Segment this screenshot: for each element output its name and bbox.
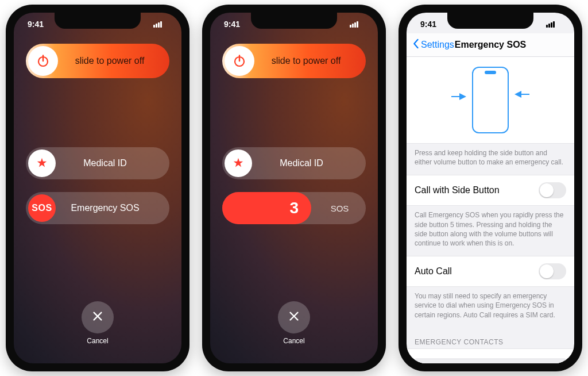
close-icon <box>91 310 104 325</box>
status-time: 9:41 <box>224 20 240 29</box>
medical-id-icon[interactable] <box>225 149 252 177</box>
stage: 9:41 slide to power off Medi <box>0 0 588 376</box>
power-icon[interactable] <box>28 46 58 76</box>
nav-bar: Settings Emergency SOS <box>407 33 574 57</box>
toggle-side-button[interactable] <box>539 182 566 198</box>
back-button[interactable]: Settings <box>412 39 454 51</box>
side-button-caption: Call Emergency SOS when you rapidly pres… <box>407 206 574 256</box>
row-label: Call with Side Button <box>415 185 500 195</box>
slider-stack: Medical ID SOS Emergency SOS <box>26 147 169 224</box>
emergency-contacts-header: EMERGENCY CONTACTS <box>407 328 574 348</box>
cancel-button[interactable] <box>82 301 114 333</box>
toggle-auto-call[interactable] <box>539 263 566 279</box>
phone-frame-1: 9:41 slide to power off Medi <box>6 5 189 371</box>
sos-illustration <box>407 56 574 144</box>
cancel-button[interactable] <box>278 301 310 333</box>
countdown-number: 3 <box>222 199 311 217</box>
cellular-icon <box>546 21 555 28</box>
status-time: 9:41 <box>28 20 44 29</box>
emergency-contacts-list <box>407 348 574 363</box>
cellular-icon <box>350 21 358 28</box>
power-slider-label: slide to power off <box>60 56 169 66</box>
cancel-group: Cancel <box>82 301 114 345</box>
settings-content: Press and keep holding the side button a… <box>407 56 574 363</box>
chevron-left-icon <box>412 39 419 51</box>
screen-1: 9:41 slide to power off Medi <box>14 13 181 363</box>
status-icons <box>546 21 560 28</box>
illustration-caption: Press and keep holding the side button a… <box>407 144 574 175</box>
screen-2: 9:41 slide to power off Medi <box>210 13 378 363</box>
medical-id-label: Medical ID <box>254 158 366 168</box>
back-label: Settings <box>421 40 454 50</box>
notch <box>251 13 337 29</box>
notch <box>55 13 141 29</box>
cancel-label: Cancel <box>283 337 304 345</box>
status-time: 9:41 <box>420 20 436 29</box>
call-side-button-row[interactable]: Call with Side Button <box>407 175 574 206</box>
power-off-slider[interactable]: slide to power off <box>26 44 169 78</box>
cellular-icon <box>153 21 162 28</box>
row-label: Auto Call <box>415 266 452 277</box>
power-icon[interactable] <box>225 46 254 76</box>
countdown-suffix: SOS <box>311 204 366 213</box>
emergency-sos-slider[interactable]: SOS Emergency SOS <box>26 192 169 224</box>
medical-id-icon[interactable] <box>28 149 56 177</box>
auto-call-caption: You may still need to specify an emergen… <box>407 287 574 328</box>
cancel-group: Cancel <box>278 301 310 345</box>
screen-3: 9:41 Settings Emergency SOS <box>407 13 574 363</box>
power-off-slider[interactable]: slide to power off <box>222 44 366 78</box>
slider-stack: Medical ID 3 SOS <box>222 147 366 224</box>
notch <box>447 13 533 29</box>
page-title: Emergency SOS <box>455 40 527 50</box>
phone-outline-icon <box>472 67 509 133</box>
phone-frame-3: 9:41 Settings Emergency SOS <box>399 5 582 371</box>
close-icon <box>288 310 300 325</box>
power-slider-label: slide to power off <box>257 56 366 66</box>
status-icons <box>153 21 168 28</box>
auto-call-row[interactable]: Auto Call <box>407 256 574 287</box>
cancel-label: Cancel <box>87 337 108 345</box>
sos-knob[interactable]: SOS <box>28 194 56 222</box>
sos-countdown-slider[interactable]: 3 SOS <box>222 192 366 224</box>
medical-id-label: Medical ID <box>58 158 169 168</box>
medical-id-slider[interactable]: Medical ID <box>222 147 366 179</box>
medical-id-slider[interactable]: Medical ID <box>26 147 169 179</box>
status-icons <box>350 21 364 28</box>
sos-label: Emergency SOS <box>58 203 169 213</box>
list-item <box>415 358 566 363</box>
phone-frame-2: 9:41 slide to power off Medi <box>202 5 386 371</box>
